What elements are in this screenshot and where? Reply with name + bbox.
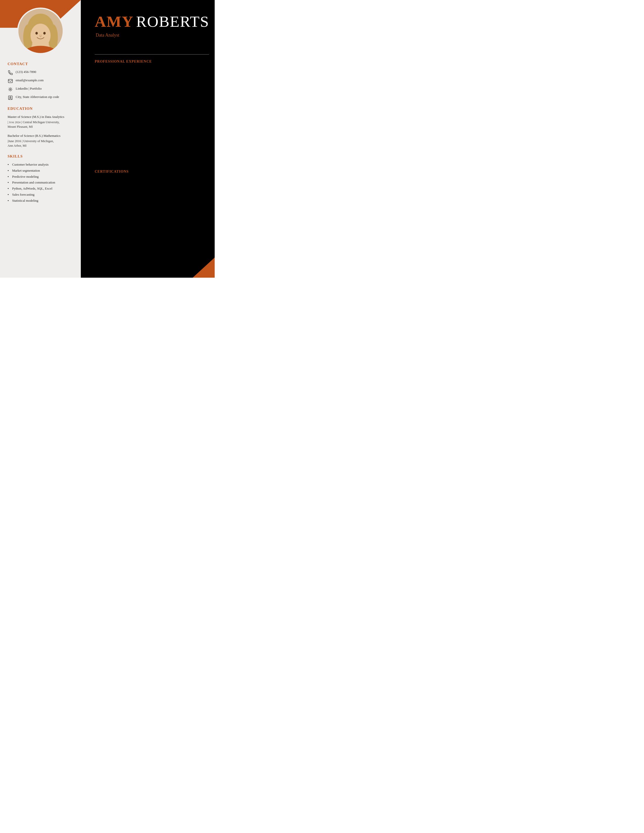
contact-address-item: City, State Abbreviation zip code <box>8 95 73 100</box>
skill-item: Customer behavior analysis <box>8 162 73 167</box>
certifications-area: Certifications <box>81 170 215 174</box>
contact-section-title: Contact <box>8 62 73 66</box>
degree-2-location: Ann Arbor, MI <box>8 143 73 148</box>
svg-line-17 <box>9 88 10 88</box>
svg-point-9 <box>43 32 45 34</box>
skill-item: Predictive modeling <box>8 174 73 180</box>
first-name: AMY <box>95 13 134 31</box>
svg-point-12 <box>10 89 11 90</box>
degree-1-date: | June 2024 | <box>8 121 22 124</box>
skill-item: Market segmentation <box>8 168 73 174</box>
svg-point-8 <box>35 32 38 34</box>
contact-email-item: email@example.com <box>8 78 73 84</box>
education-item-2: Bachelor of Science (B.S.) Mathematics |… <box>8 133 73 148</box>
phone-text: (123) 456-7890 <box>16 70 36 74</box>
last-name: ROBERTS <box>136 13 209 31</box>
sidebar: Contact (123) 456-7890 email@example.com <box>0 0 81 278</box>
section-divider <box>95 54 209 55</box>
svg-line-18 <box>11 90 12 91</box>
links-icon <box>8 87 13 92</box>
skill-item: Python, AdWords, SQL, Excel <box>8 186 73 191</box>
avatar <box>17 8 64 54</box>
links-text: LinkedIn | Portfolio <box>16 86 42 91</box>
degree-1-date-institution: | June 2024 | Central Michigan Universit… <box>8 120 73 125</box>
address-text: City, State Abbreviation zip code <box>16 95 59 99</box>
skill-item: Statistical modeling <box>8 198 73 203</box>
skill-item: Sales forecasting <box>8 192 73 198</box>
sidebar-content: Contact (123) 456-7890 email@example.com <box>0 62 81 203</box>
main-header: AMY ROBERTS Data Analyst <box>81 0 215 47</box>
svg-point-7 <box>30 24 50 48</box>
phone-icon <box>8 70 13 76</box>
professional-experience-area <box>81 69 215 165</box>
professional-experience-title: Professional Experience <box>81 60 215 64</box>
degree-1-title: Master of Science (M.S.) in Data Analyti… <box>8 114 73 119</box>
avatar-wrapper <box>0 0 81 54</box>
svg-line-19 <box>9 90 10 91</box>
education-section-title: Education <box>8 106 73 111</box>
svg-rect-11 <box>8 79 13 82</box>
bottom-right-decoration <box>193 250 215 278</box>
name-line: AMY ROBERTS <box>95 13 209 31</box>
degree-2-title: Bachelor of Science (B.S.) Mathematics <box>8 133 73 138</box>
skills-section-title: Skills <box>8 154 73 159</box>
skills-list: Customer behavior analysis Market segmen… <box>8 162 73 203</box>
contact-links-item: LinkedIn | Portfolio <box>8 86 73 92</box>
contact-phone-item: (123) 456-7890 <box>8 70 73 76</box>
degree-2-date-institution: |June 2016 | University of Michigan, <box>8 139 73 144</box>
email-text: email@example.com <box>16 78 44 82</box>
degree-1-location: Mount Pleasant, MI <box>8 124 73 129</box>
svg-point-22 <box>10 96 11 98</box>
certifications-title: Certifications <box>95 170 209 174</box>
avatar-image <box>18 9 63 53</box>
job-title: Data Analyst <box>95 32 209 38</box>
education-item-1: Master of Science (M.S.) in Data Analyti… <box>8 114 73 129</box>
main-content: Professional Experience Certifications <box>81 54 215 174</box>
address-icon <box>8 95 13 100</box>
main-panel: AMY ROBERTS Data Analyst Professional Ex… <box>81 0 215 278</box>
email-icon <box>8 78 13 84</box>
svg-line-20 <box>11 88 12 88</box>
skill-item: Presentation and communication <box>8 180 73 185</box>
